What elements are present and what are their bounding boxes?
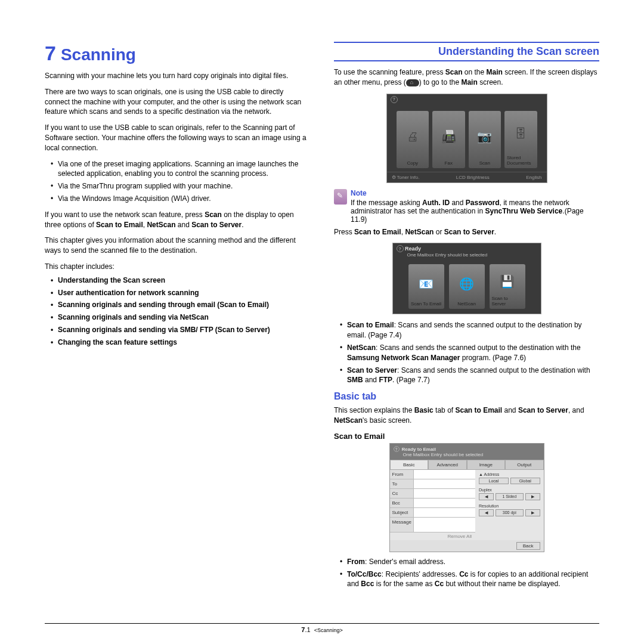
tab-output: Output	[505, 460, 544, 470]
lcd-brightness: LCD Brightness	[456, 175, 490, 180]
tile-stored: 🗄Stored Documents	[504, 111, 537, 168]
list-item: Via one of the preset imaging applicatio…	[52, 159, 310, 179]
field-desc-list: From: Sender's email address. To/Cc/Bcc:…	[341, 557, 599, 589]
use-scan-p: To use the scanning feature, press Scan …	[334, 67, 599, 88]
remove-all: Remove All	[390, 532, 476, 540]
chapter-number: 7	[45, 42, 56, 65]
list-item: Via the SmarThru program supplied with y…	[52, 181, 310, 191]
tile-copy: 🖨Copy	[397, 111, 429, 168]
intro-p1: Scanning with your machine lets you turn…	[45, 71, 310, 81]
network-scan-p: If you want to use the network scan feat…	[45, 210, 310, 230]
chapter-toc: Understanding the Scan screen User authe…	[52, 275, 310, 348]
toc-item[interactable]: Scanning originals and sending through e…	[52, 300, 310, 310]
list-item: Via the Windows Image Acquisition (WIA) …	[52, 194, 310, 204]
right-column: Understanding the Scan screen To use the…	[334, 42, 599, 595]
left-column: 7 Scanning Scanning with your machine le…	[45, 42, 310, 595]
chapter-title: Scanning	[61, 45, 136, 64]
includes-label: This chapter includes:	[45, 262, 310, 272]
chapter-overview: This chapter gives you information about…	[45, 236, 310, 256]
tile-scan-email: 📧Scan To Email	[408, 264, 444, 309]
tab-advanced: Advanced	[428, 460, 467, 470]
toc-item[interactable]: Changing the scan feature settings	[52, 338, 310, 348]
list-item: From: Sender's email address.	[341, 557, 599, 567]
list-item: Scan to Email: Scans and sends the scann…	[341, 320, 599, 340]
basic-tab-heading: Basic tab	[334, 391, 599, 402]
tab-image: Image	[467, 460, 506, 470]
toner-info: ⚙ Toner Info.	[392, 175, 420, 180]
toc-item[interactable]: Scanning originals and sending via NetSc…	[52, 312, 310, 323]
home-icon	[406, 79, 419, 86]
tile-fax: 📠Fax	[432, 111, 465, 168]
intro-p2: There are two ways to scan originals, on…	[45, 87, 310, 117]
help-icon: ?	[394, 446, 400, 452]
local-scan-list: Via one of the preset imaging applicatio…	[52, 159, 310, 204]
tile-scan-server: 💾Scan to Server	[490, 264, 525, 309]
tile-scan: 📷Scan	[469, 111, 501, 168]
scan-to-email-illustration: ?Ready to EmailOne Mailbox Entry should …	[389, 443, 544, 552]
list-item: NetScan: Scans and sends the scanned out…	[341, 343, 599, 363]
scan-options-list: Scan to Email: Scans and sends the scann…	[341, 320, 599, 385]
note-label: Note	[351, 189, 599, 197]
note-block: Note If the message asking Auth. ID and …	[334, 189, 599, 224]
section-heading: Understanding the Scan screen	[334, 42, 599, 61]
toc-item[interactable]: Understanding the Scan screen	[52, 275, 310, 286]
help-icon: ?	[397, 245, 404, 252]
press-options-p: Press Scan to Email, NetScan or Scan to …	[334, 227, 599, 237]
basic-tab-p: This section explains the Basic tab of S…	[334, 405, 599, 426]
language: English	[526, 175, 541, 180]
tab-basic: Basic	[390, 460, 429, 470]
main-screen-illustration: ? 🖨Copy 📠Fax 📷Scan 🗄Stored Documents ⚙ T…	[386, 94, 547, 183]
tile-netscan: 🌐NetScan	[449, 264, 485, 309]
toc-item[interactable]: Scanning originals and sending via SMB/ …	[52, 325, 310, 335]
intro-p3: If you want to use the USB cable to scan…	[45, 123, 310, 153]
chapter-heading: 7 Scanning	[45, 42, 310, 65]
scan-to-email-heading: Scan to Email	[334, 432, 599, 441]
toc-item[interactable]: User authentication for network scanning	[52, 288, 310, 298]
back-button: Back	[516, 542, 540, 550]
note-icon	[334, 189, 347, 205]
page-footer: 7.1 <Scanning>	[45, 623, 599, 633]
list-item: Scan to Server: Scans and sends the scan…	[341, 366, 599, 386]
help-icon: ?	[391, 96, 398, 103]
list-item: To/Cc/Bcc: Recipients' addresses. Cc is …	[341, 569, 599, 590]
scan-menu-illustration: ? Ready One Mailbox Entry should be sele…	[392, 243, 541, 314]
